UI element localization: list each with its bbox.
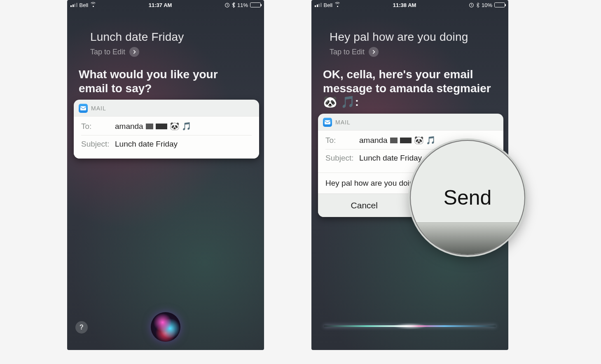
mail-card-header: MAIL <box>74 100 259 116</box>
help-button[interactable]: ? <box>75 321 88 334</box>
wifi-icon <box>90 3 96 7</box>
mail-app-label: MAIL <box>91 105 106 112</box>
user-utterance: Lunch date Friday <box>90 30 252 44</box>
siri-prompt: What would you like your email to say? <box>79 68 248 95</box>
redacted-text <box>156 124 167 129</box>
battery-percent: 11% <box>237 2 248 8</box>
mail-card-body: To: amanda 🐼 🎵 Subject: Lunch date Frida… <box>74 116 259 159</box>
to-label: To: <box>81 122 111 131</box>
chevron-right-icon <box>369 47 379 57</box>
wifi-icon <box>334 3 340 7</box>
redacted-text <box>390 138 398 143</box>
callout-magnifier: Send <box>410 140 525 255</box>
signal-icon <box>315 3 322 7</box>
subject-label: Subject: <box>325 154 355 163</box>
to-row[interactable]: To: amanda 🐼 🎵 <box>81 117 252 135</box>
siri-panel: Lunch date Friday Tap to Edit What would… <box>67 10 264 95</box>
to-value: amanda 🐼 🎵 <box>359 135 436 145</box>
to-emoji: 🐼 🎵 <box>170 121 192 131</box>
mail-card[interactable]: MAIL To: amanda 🐼 🎵 Subject: Lunch date … <box>74 100 259 159</box>
subject-value: Lunch date Friday <box>115 140 178 149</box>
tap-to-edit-label: Tap to Edit <box>90 48 125 56</box>
orientation-lock-icon <box>224 2 230 8</box>
tap-to-edit-label: Tap to Edit <box>330 48 365 56</box>
cancel-button[interactable]: Cancel <box>318 194 411 217</box>
tap-to-edit-button[interactable]: Tap to Edit <box>90 47 252 57</box>
subject-value: Lunch date Friday <box>359 154 422 163</box>
chevron-right-icon <box>129 47 139 57</box>
carrier-label: Bell <box>324 2 333 8</box>
to-name: amanda <box>359 136 388 145</box>
redacted-text <box>400 138 412 143</box>
siri-waveform[interactable] <box>324 325 496 327</box>
battery-percent: 10% <box>482 2 492 8</box>
to-emoji: 🐼 🎵 <box>414 135 436 145</box>
mail-card-header: MAIL <box>318 114 503 130</box>
to-label: To: <box>325 136 355 145</box>
signal-icon <box>70 3 77 7</box>
orientation-lock-icon <box>469 2 474 8</box>
status-bar: Bell 11:37 AM 11% <box>67 0 264 10</box>
send-button-zoom[interactable]: Send <box>411 186 524 210</box>
help-icon: ? <box>80 324 84 331</box>
subject-row[interactable]: Subject: Lunch date Friday <box>81 135 252 153</box>
siri-prompt: OK, cella, here's your email message to … <box>323 68 492 109</box>
tap-to-edit-button[interactable]: Tap to Edit <box>330 47 496 57</box>
siri-panel: Hey pal how are you doing Tap to Edit OK… <box>311 10 508 109</box>
mail-app-icon <box>323 118 332 127</box>
battery-icon <box>250 2 261 7</box>
status-right: 11% <box>224 2 261 8</box>
bluetooth-icon <box>232 2 235 8</box>
status-left: Bell <box>70 2 96 8</box>
svg-rect-1 <box>80 106 86 110</box>
svg-rect-3 <box>325 120 330 124</box>
siri-orb-button[interactable] <box>151 312 180 342</box>
status-time: 11:37 AM <box>149 2 172 8</box>
user-utterance: Hey pal how are you doing <box>330 30 496 44</box>
redacted-text <box>146 124 153 129</box>
subject-label: Subject: <box>81 140 111 149</box>
status-bar: Bell 11:38 AM 10% <box>311 0 508 10</box>
to-value: amanda 🐼 🎵 <box>115 121 192 131</box>
phone-screen-left: Bell 11:37 AM 11% Lunch date Friday Tap … <box>67 0 264 350</box>
status-left: Bell <box>315 2 340 8</box>
mail-app-icon <box>79 104 88 113</box>
status-right: 10% <box>469 2 505 8</box>
status-time: 11:38 AM <box>393 2 416 8</box>
battery-icon <box>494 2 505 7</box>
carrier-label: Bell <box>80 2 89 8</box>
mail-app-label: MAIL <box>335 119 351 126</box>
bluetooth-icon <box>476 2 479 8</box>
to-name: amanda <box>115 122 143 131</box>
